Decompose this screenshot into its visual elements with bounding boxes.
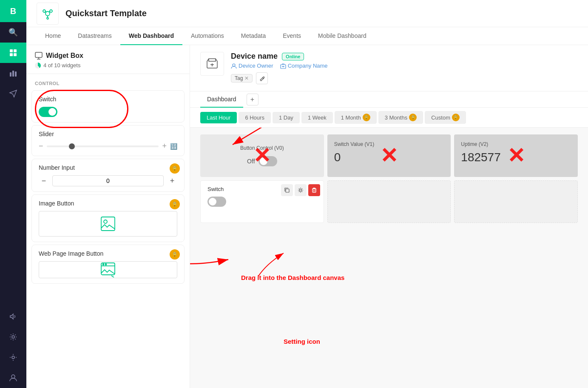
svg-point-7	[12, 336, 14, 338]
tab-datastreams[interactable]: Datastreams	[69, 27, 120, 45]
widget-switch-label: Switch	[39, 96, 177, 103]
time-3months[interactable]: 3 Months 🔒	[378, 111, 423, 124]
reports-icon[interactable]	[0, 63, 26, 83]
slider-preview: − + 🔢	[39, 142, 177, 151]
settings-icon[interactable]	[0, 347, 26, 368]
switch-preview	[39, 107, 177, 117]
widget-grid: Button Control (V0) Off ✕ Switch Value (…	[190, 128, 588, 388]
lock-badge-image: 🔒	[170, 199, 180, 209]
slider-plus[interactable]: +	[162, 142, 167, 151]
time-last-hour[interactable]: Last Hour	[200, 112, 237, 123]
speaker-icon[interactable]	[0, 306, 26, 327]
empty-grid-cell-1	[327, 180, 451, 223]
device-owner-link[interactable]: Device Owner	[231, 63, 273, 69]
tab-automations[interactable]: Automations	[182, 27, 233, 45]
delete-widget-button[interactable]	[308, 184, 320, 196]
time-1day[interactable]: 1 Day	[273, 112, 300, 123]
button-control-widget: Button Control (V0) Off ✕	[200, 134, 324, 177]
dashboard-tabs: Dashboard +	[190, 91, 588, 108]
device-name-row: Device name Online	[231, 52, 578, 61]
widget-slider-label: Slider	[39, 131, 177, 137]
widget-number-input-label: Number Input	[39, 164, 177, 171]
num-minus[interactable]: −	[39, 177, 49, 185]
svg-point-24	[103, 264, 104, 265]
time-range-bar: Last Hour 6 Hours 1 Day 1 Week 1 Month 🔒…	[190, 108, 588, 128]
nav-tabs: Home Datastreams Web Dashboard Automatio…	[26, 27, 588, 45]
add-tab-button[interactable]: +	[247, 94, 258, 106]
device-company-link[interactable]: Company Name	[280, 63, 328, 69]
svg-point-25	[105, 264, 107, 265]
dashboard-tab[interactable]: Dashboard	[200, 91, 243, 108]
widget-image-button[interactable]: 🔒 Image Button	[31, 194, 185, 242]
lock-custom: 🔒	[452, 114, 460, 121]
button-control-content: Off	[247, 156, 277, 166]
svg-rect-2	[10, 53, 13, 56]
widget-panel: Widget Box 4 of 10 widgets CONTROL Switc…	[26, 45, 190, 388]
drag-annotation-text: Drag it into the Dashboard canvas	[241, 274, 344, 281]
number-input-preview: − +	[39, 175, 177, 186]
send-icon[interactable]	[0, 83, 26, 104]
tab-mobile-dashboard[interactable]: Mobile Dashboard	[310, 27, 375, 45]
device-header: Device name Online Device Owner	[190, 45, 588, 91]
switch-value-widget: Switch Value (V1) 0 ✕	[327, 134, 451, 177]
time-1week[interactable]: 1 Week	[301, 112, 333, 123]
switch-value-title: Switch Value (V1)	[334, 141, 444, 147]
online-badge: Online	[282, 53, 304, 60]
slider-minus[interactable]: −	[39, 142, 43, 151]
lock-badge-number: 🔒	[170, 163, 180, 174]
lock-1month: 🔒	[363, 114, 370, 121]
gear-icon[interactable]	[0, 327, 26, 347]
content-area: Widget Box 4 of 10 widgets CONTROL Switc…	[26, 45, 588, 388]
tab-home[interactable]: Home	[37, 27, 69, 45]
apps-icon[interactable]	[0, 43, 26, 63]
time-custom[interactable]: Custom 🔒	[425, 111, 466, 124]
device-meta: Device Owner Company Name	[231, 63, 578, 69]
tab-web-dashboard[interactable]: Web Dashboard	[120, 27, 182, 45]
main-content: Quickstart Template Home Datastreams Web…	[26, 0, 588, 388]
uptime-widget: Uptime (V2) 182577 ✕	[454, 134, 578, 177]
tab-metadata[interactable]: Metadata	[233, 27, 274, 45]
time-1month-label: 1 Month	[341, 114, 361, 121]
svg-point-9	[11, 375, 15, 378]
svg-point-28	[233, 64, 235, 66]
switch-value-number: 0	[334, 151, 444, 164]
user-icon[interactable]	[0, 368, 26, 388]
widget-count-text: 4 of 10 widgets	[43, 62, 80, 68]
widget-image-button-label: Image Button	[39, 200, 177, 207]
dropped-switch-toggle[interactable]	[207, 197, 226, 207]
count-dot	[35, 63, 41, 68]
tag-remove[interactable]: ✕	[244, 75, 249, 81]
copy-widget-button[interactable]	[281, 184, 293, 196]
toggle-on[interactable]	[39, 107, 57, 117]
widget-box-label: Widget Box	[46, 52, 83, 60]
time-3months-label: 3 Months	[385, 114, 407, 121]
time-1month[interactable]: 1 Month 🔒	[335, 111, 377, 124]
empty-grid-cell-2	[454, 180, 578, 223]
tab-events[interactable]: Events	[274, 27, 310, 45]
num-plus[interactable]: +	[167, 177, 177, 185]
button-off-label: Off	[247, 158, 255, 165]
svg-point-34	[299, 189, 301, 191]
dropped-switch-widget: Switch	[200, 180, 324, 223]
widget-number-input[interactable]: 🔒 Number Input − +	[31, 159, 185, 192]
svg-point-12	[50, 10, 52, 12]
svg-rect-3	[14, 53, 17, 56]
widget-panel-title: Widget Box	[35, 52, 181, 60]
widget-web-page-image[interactable]: 🔒 Web Page Image Button	[31, 245, 185, 284]
uptime-value: 182577	[461, 151, 571, 164]
widget-panel-header: Widget Box 4 of 10 widgets	[26, 45, 190, 74]
widget-switch[interactable]: Switch	[31, 90, 185, 123]
svg-rect-17	[35, 52, 42, 57]
app-logo[interactable]: B	[0, 0, 26, 22]
settings-widget-button[interactable]	[295, 184, 307, 196]
edit-tags-button[interactable]	[256, 72, 268, 84]
widget-web-page-label: Web Page Image Button	[39, 250, 177, 257]
time-6hours[interactable]: 6 Hours	[239, 112, 271, 123]
number-input-field[interactable]	[52, 175, 164, 186]
widget-slider[interactable]: Slider − + 🔢	[31, 125, 185, 156]
search-icon[interactable]: 🔍	[0, 22, 26, 43]
svg-rect-33	[286, 189, 289, 192]
button-toggle[interactable]	[258, 156, 277, 166]
sidebar: B 🔍	[0, 0, 26, 388]
slider-value: 🔢	[170, 143, 177, 150]
